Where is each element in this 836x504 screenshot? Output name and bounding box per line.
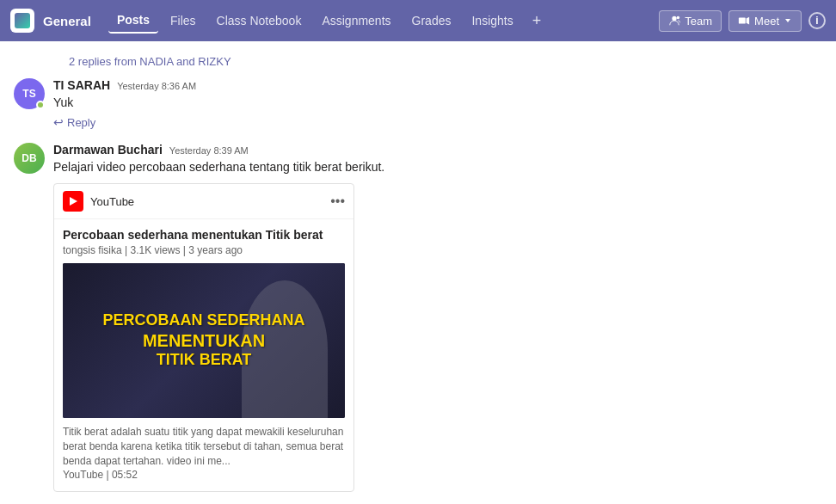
sender-name-ti-sarah: TI SARAH bbox=[53, 78, 110, 92]
app-icon-graphic bbox=[15, 13, 30, 28]
team-button[interactable]: Team bbox=[659, 10, 722, 32]
reaction-angry[interactable]: 😠 bbox=[778, 84, 795, 101]
reply-action[interactable]: ↩ Reply bbox=[53, 115, 822, 129]
avatar-status-ti-sarah bbox=[36, 101, 45, 109]
reaction-sad[interactable]: 😢 bbox=[757, 84, 774, 101]
message-time-darmawan: Yesterday 8:39 AM bbox=[169, 145, 249, 156]
video-title[interactable]: Percobaan sederhana menentukan Titik ber… bbox=[63, 228, 345, 242]
meet-button[interactable]: Meet bbox=[728, 10, 802, 32]
tab-files[interactable]: Files bbox=[162, 9, 205, 33]
tab-class-notebook[interactable]: Class Notebook bbox=[208, 9, 310, 33]
top-bar-actions: Team Meet i bbox=[659, 10, 826, 32]
main-content: 2 replies from NADIA and RIZKY TS TI SAR… bbox=[0, 41, 836, 504]
message-body-darmawan: Darmawan Buchari Yesterday 8:39 AM Pelaj… bbox=[53, 143, 822, 504]
team-button-label: Team bbox=[685, 15, 712, 28]
reply-thread-link[interactable]: 2 replies from NADIA and RIZKY bbox=[69, 55, 836, 68]
meet-button-label: Meet bbox=[754, 15, 779, 28]
tab-posts[interactable]: Posts bbox=[108, 8, 158, 34]
avatar-darmawan-img: DB bbox=[14, 143, 45, 174]
message-row-darmawan: DB Darmawan Buchari Yesterday 8:39 AM Pe… bbox=[0, 139, 836, 504]
app-icon bbox=[10, 9, 34, 33]
youtube-icon bbox=[63, 191, 83, 212]
thumbnail-line3: TITIK BERAT bbox=[102, 351, 304, 370]
avatar-wrap-ti-sarah: TS bbox=[14, 78, 45, 109]
reaction-surprised[interactable]: 😮 bbox=[736, 84, 753, 101]
meet-chevron-icon bbox=[784, 16, 792, 25]
info-button[interactable]: i bbox=[808, 12, 826, 29]
youtube-source-label: YouTube bbox=[90, 195, 134, 208]
youtube-card-body: Percobaan sederhana menentukan Titik ber… bbox=[54, 219, 353, 491]
meet-icon bbox=[738, 15, 750, 27]
message-time-ti-sarah: Yesterday 8:36 AM bbox=[117, 81, 196, 91]
avatar-darmawan: DB bbox=[14, 143, 45, 174]
video-description-text: Titik berat adalah suatu titik yang dapa… bbox=[63, 426, 343, 467]
video-source-duration: YouTube | 05:52 bbox=[63, 469, 138, 481]
tab-assignments[interactable]: Assignments bbox=[313, 9, 399, 33]
svg-marker-3 bbox=[747, 17, 750, 25]
message-text-darmawan: Pelajari video percobaan sederhana tenta… bbox=[53, 158, 822, 176]
video-description: Titik berat adalah suatu titik yang dapa… bbox=[63, 425, 345, 482]
reaction-laugh[interactable]: 😄 bbox=[716, 84, 733, 101]
reaction-heart[interactable]: ❤️ bbox=[695, 84, 712, 101]
svg-marker-4 bbox=[785, 19, 790, 22]
youtube-card: YouTube ••• Percobaan sederhana menentuk… bbox=[53, 183, 354, 492]
message-header-darmawan: Darmawan Buchari Yesterday 8:39 AM bbox=[53, 143, 822, 157]
team-icon bbox=[668, 15, 680, 27]
tab-grades[interactable]: Grades bbox=[403, 9, 460, 33]
video-thumbnail-text: PERCOBAAN SEDERHANA MENENTUKAN TITIK BER… bbox=[94, 303, 313, 378]
avatar-wrap-darmawan: DB bbox=[14, 143, 45, 174]
channel-name: General bbox=[43, 14, 91, 28]
video-meta: tongsis fisika | 3.1K views | 3 years ag… bbox=[63, 244, 345, 256]
svg-rect-2 bbox=[739, 18, 746, 24]
nav-tabs: Posts Files Class Notebook Assignments G… bbox=[108, 8, 659, 34]
card-more-button[interactable]: ••• bbox=[330, 194, 345, 209]
message-row-ti-sarah: TS TI SARAH Yesterday 8:36 AM Yuk ↩ Repl… bbox=[0, 75, 836, 132]
youtube-card-header: YouTube ••• bbox=[54, 184, 353, 219]
top-bar: General Posts Files Class Notebook Assig… bbox=[0, 0, 836, 41]
video-thumbnail[interactable]: PERCOBAAN SEDERHANA MENENTUKAN TITIK BER… bbox=[63, 263, 345, 418]
thumbnail-line1: PERCOBAAN SEDERHANA bbox=[102, 311, 304, 330]
svg-point-1 bbox=[677, 16, 680, 20]
reaction-thumbsup[interactable]: 👍 bbox=[674, 84, 692, 101]
reaction-more-button[interactable]: ••• bbox=[798, 86, 814, 100]
sender-name-darmawan: Darmawan Buchari bbox=[53, 143, 163, 157]
thumbnail-line2: MENENTUKAN bbox=[102, 330, 304, 351]
add-tab-button[interactable]: + bbox=[526, 10, 549, 32]
tab-insights[interactable]: Insights bbox=[463, 9, 521, 33]
reply-action-label: Reply bbox=[67, 116, 95, 129]
reply-arrow-icon: ↩ bbox=[53, 115, 64, 129]
svg-point-0 bbox=[673, 16, 677, 21]
